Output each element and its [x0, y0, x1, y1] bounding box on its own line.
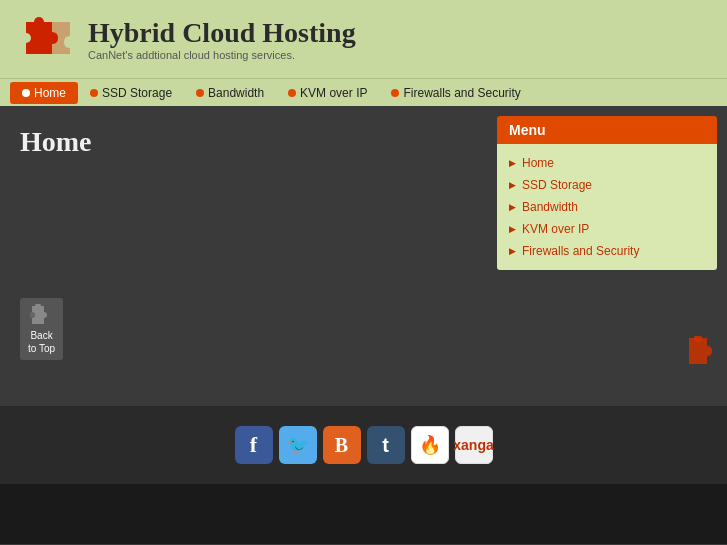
arrow-icon: ▶	[509, 224, 516, 234]
sidebar-item-ssd[interactable]: ▶ SSD Storage	[497, 174, 717, 196]
main-content: Home Back to Top Menu ▶ Home ▶ SSD Stora…	[0, 106, 727, 406]
nav-ssd-storage[interactable]: SSD Storage	[78, 82, 184, 104]
facebook-icon[interactable]: f	[235, 426, 273, 464]
back-to-top-button[interactable]: Back to Top	[20, 298, 63, 360]
nav-home[interactable]: Home	[10, 82, 78, 104]
sidebar-item-firewalls[interactable]: ▶ Firewalls and Security	[497, 240, 717, 262]
nav-bullet-home	[22, 89, 30, 97]
navbar: Home SSD Storage Bandwidth KVM over IP F…	[0, 78, 727, 106]
footer: f 🐦 B t 🔥 xanga	[0, 406, 727, 484]
svg-point-1	[34, 17, 44, 27]
back-to-top-line2: to Top	[28, 343, 55, 354]
nav-bullet-bandwidth	[196, 89, 204, 97]
logo-puzzle-icon	[20, 12, 74, 66]
blogger-icon[interactable]: B	[323, 426, 361, 464]
nav-bullet-ssd	[90, 89, 98, 97]
content-area: Home Back to Top	[0, 106, 497, 406]
nav-bullet-kvm	[288, 89, 296, 97]
sidebar-item-kvm[interactable]: ▶ KVM over IP	[497, 218, 717, 240]
site-title: Hybrid Cloud Hosting	[88, 17, 356, 49]
sidebar-menu-body: ▶ Home ▶ SSD Storage ▶ Bandwidth ▶ KVM o…	[497, 144, 717, 270]
arrow-icon: ▶	[509, 202, 516, 212]
nav-kvm[interactable]: KVM over IP	[276, 82, 379, 104]
tumblr-icon[interactable]: t	[367, 426, 405, 464]
svg-point-2	[21, 33, 31, 43]
hotfrog-icon[interactable]: 🔥	[411, 426, 449, 464]
nav-firewalls[interactable]: Firewalls and Security	[379, 82, 532, 104]
page-title: Home	[20, 126, 477, 158]
sidebar-item-bandwidth[interactable]: ▶ Bandwidth	[497, 196, 717, 218]
nav-bullet-firewalls	[391, 89, 399, 97]
sidebar: Menu ▶ Home ▶ SSD Storage ▶ Bandwidth ▶ …	[497, 116, 717, 396]
arrow-icon: ▶	[509, 158, 516, 168]
back-puzzle-icon	[30, 304, 54, 328]
sidebar-puzzle-deco	[687, 336, 727, 376]
twitter-icon[interactable]: 🐦	[279, 426, 317, 464]
bottom-bar	[0, 484, 727, 544]
header-text: Hybrid Cloud Hosting CanNet's addtional …	[88, 17, 356, 61]
arrow-icon: ▶	[509, 246, 516, 256]
nav-bandwidth[interactable]: Bandwidth	[184, 82, 276, 104]
back-to-top-line1: Back	[30, 330, 52, 341]
sidebar-item-home[interactable]: ▶ Home	[497, 152, 717, 174]
site-subtitle: CanNet's addtional cloud hosting service…	[88, 49, 356, 61]
header: Hybrid Cloud Hosting CanNet's addtional …	[0, 0, 727, 78]
xanga-icon[interactable]: xanga	[455, 426, 493, 464]
sidebar-menu-header: Menu	[497, 116, 717, 144]
arrow-icon: ▶	[509, 180, 516, 190]
